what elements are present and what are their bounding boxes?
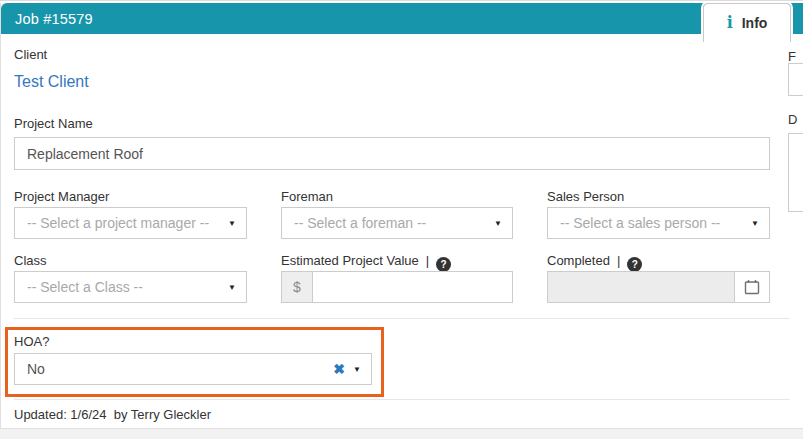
hoa-label: HOA? (14, 334, 49, 349)
sales-person-label: Sales Person (547, 189, 624, 204)
class-label: Class (14, 253, 47, 268)
project-manager-placeholder: -- Select a project manager -- (27, 215, 220, 231)
job-header-bar: Job #15579 (1, 3, 803, 34)
estimated-value-group: $ (281, 271, 513, 303)
estimated-value-label: Estimated Project Value|? (281, 253, 451, 272)
chevron-down-icon: ▼ (494, 219, 502, 228)
hoa-value: No (27, 361, 333, 377)
chevron-down-icon: ▼ (751, 219, 759, 228)
calendar-button[interactable] (734, 272, 769, 302)
updated-timestamp: Updated: 1/6/24 by Terry Gleckler (14, 407, 211, 422)
sales-person-placeholder: -- Select a sales person -- (560, 215, 743, 231)
tab-info-label: Info (742, 15, 768, 31)
estimated-value-label-text: Estimated Project Value (281, 253, 419, 268)
hoa-select[interactable]: No ✖ ▼ (14, 353, 372, 385)
divider (14, 399, 790, 400)
footer-strip (0, 428, 803, 439)
calendar-icon (744, 279, 760, 295)
label-separator: | (617, 253, 620, 268)
right-column-label-top: F (788, 49, 796, 64)
chevron-down-icon: ▼ (228, 283, 236, 292)
top-border (0, 0, 803, 1)
sales-person-select[interactable]: -- Select a sales person -- ▼ (547, 207, 770, 239)
right-column-input-top[interactable] (788, 63, 803, 96)
client-link[interactable]: Test Client (14, 73, 89, 91)
info-icon: i (727, 15, 733, 31)
right-column-textarea[interactable] (788, 133, 803, 212)
class-select[interactable]: -- Select a Class -- ▼ (14, 271, 247, 303)
foreman-label: Foreman (281, 189, 333, 204)
completed-date-input (548, 272, 734, 302)
project-name-input[interactable] (14, 137, 770, 170)
clear-icon[interactable]: ✖ (333, 362, 345, 376)
tab-info[interactable]: i Info (703, 3, 791, 42)
divider (14, 318, 790, 319)
estimated-value-input[interactable] (313, 272, 512, 302)
project-manager-label: Project Manager (14, 189, 109, 204)
project-manager-select[interactable]: -- Select a project manager -- ▼ (14, 207, 247, 239)
class-placeholder: -- Select a Class -- (27, 279, 220, 295)
right-column-label-bottom: D (788, 112, 797, 127)
panel-left-border (0, 3, 1, 439)
help-icon[interactable]: ? (436, 257, 451, 272)
chevron-down-icon: ▼ (353, 365, 361, 374)
project-name-label: Project Name (14, 116, 93, 131)
foreman-select[interactable]: -- Select a foreman -- ▼ (281, 207, 513, 239)
label-separator: | (426, 253, 429, 268)
completed-label-text: Completed (547, 253, 610, 268)
dollar-addon: $ (282, 272, 313, 302)
foreman-placeholder: -- Select a foreman -- (294, 215, 486, 231)
completed-group (547, 271, 770, 303)
help-icon[interactable]: ? (627, 257, 642, 272)
job-title: Job #15579 (15, 11, 93, 27)
completed-label: Completed|? (547, 253, 642, 272)
client-label: Client (14, 47, 47, 62)
chevron-down-icon: ▼ (228, 219, 236, 228)
